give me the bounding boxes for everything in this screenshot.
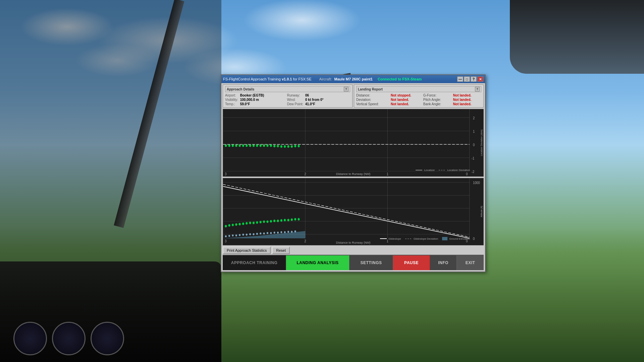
svg-point-84 bbox=[256, 233, 258, 235]
svg-text:3: 3 bbox=[225, 239, 227, 243]
runway-value: 06 bbox=[305, 94, 350, 97]
vertical-speed-label: Vertical Speed: bbox=[356, 102, 389, 106]
g-force-value: Not landed. bbox=[453, 94, 481, 97]
svg-line-52 bbox=[223, 184, 470, 237]
svg-point-67 bbox=[273, 220, 275, 222]
svg-point-76 bbox=[228, 235, 230, 237]
app-version-label: v1.0.1 bbox=[282, 77, 292, 81]
svg-point-65 bbox=[266, 220, 268, 223]
svg-point-25 bbox=[277, 145, 279, 147]
chart-buttons: Print Approach Statistics Reset bbox=[223, 247, 290, 254]
vertical-speed-value: Not landed. bbox=[391, 102, 421, 106]
connection-status-label: Connected to FSX-Steam bbox=[378, 77, 422, 81]
title-bar: FS-FlightControl Approach Training v1.0.… bbox=[221, 75, 485, 83]
svg-text:1: 1 bbox=[387, 172, 388, 176]
svg-text:1: 1 bbox=[473, 129, 475, 133]
bank-angle-label: Bank Angle: bbox=[423, 102, 451, 106]
svg-text:-2: -2 bbox=[472, 170, 475, 174]
svg-point-12 bbox=[232, 144, 234, 147]
info-button[interactable]: INFO bbox=[430, 255, 457, 270]
airport-label: Airport: bbox=[225, 94, 238, 97]
legend-localizer-deviation: Localizer Deviation bbox=[439, 169, 470, 172]
landing-report-help-icon[interactable]: ? bbox=[475, 87, 480, 92]
approach-details-title: Approach Details bbox=[227, 87, 254, 91]
sim-label: FSX:SE bbox=[298, 77, 311, 81]
help-button[interactable]: ? bbox=[471, 76, 477, 82]
svg-point-74 bbox=[298, 218, 300, 220]
maximize-button[interactable]: □ bbox=[464, 76, 470, 82]
pause-button[interactable]: PAUSE bbox=[393, 255, 430, 270]
print-stats-button[interactable]: Print Approach Statistics bbox=[223, 247, 271, 254]
temp-value: 59.0°F bbox=[240, 102, 285, 106]
svg-point-79 bbox=[239, 234, 240, 236]
svg-point-89 bbox=[274, 231, 275, 233]
glideslope-chart-svg: 3 2 1 0 1000 0 bbox=[223, 178, 483, 245]
svg-point-69 bbox=[280, 219, 282, 222]
approach-details-panel: Approach Details ? Airport: Booker (EGTB… bbox=[223, 84, 353, 108]
exit-button[interactable]: EXIT bbox=[457, 255, 484, 270]
reset-button[interactable]: Reset bbox=[272, 247, 290, 254]
wind-value: 0 kt from 0° bbox=[305, 98, 350, 102]
svg-point-80 bbox=[242, 234, 244, 236]
dashboard bbox=[0, 261, 221, 362]
gauge-2 bbox=[52, 322, 86, 355]
svg-point-92 bbox=[284, 231, 286, 233]
svg-point-93 bbox=[287, 231, 289, 233]
for-label: for bbox=[293, 77, 299, 81]
svg-point-81 bbox=[246, 234, 248, 236]
g-force-label: G-Force: bbox=[423, 94, 451, 97]
svg-point-17 bbox=[249, 144, 251, 147]
svg-text:0: 0 bbox=[473, 237, 475, 241]
svg-point-90 bbox=[277, 231, 279, 233]
svg-point-62 bbox=[256, 221, 258, 224]
svg-point-28 bbox=[287, 145, 289, 147]
svg-point-95 bbox=[294, 230, 296, 232]
svg-point-58 bbox=[242, 222, 244, 225]
localizer-chart: 3 2 1 0 2 1 0 -1 -2 Distance to Runway (… bbox=[223, 109, 484, 177]
localizer-y-axis-label: Localizer Deviation (dots) bbox=[480, 129, 483, 157]
glideslope-chart: 3 2 1 0 1000 0 Distance to Runway (NM) A… bbox=[223, 178, 484, 246]
close-button[interactable]: ✕ bbox=[477, 76, 483, 82]
svg-point-19 bbox=[256, 144, 258, 147]
deviation-value: Not landed. bbox=[391, 98, 421, 102]
svg-point-16 bbox=[246, 144, 248, 147]
svg-point-23 bbox=[270, 144, 272, 147]
glideslope-chart-legend: Glideslope Glideslope Deviation Ground E… bbox=[380, 237, 470, 240]
svg-point-72 bbox=[291, 218, 293, 221]
minimize-button[interactable]: — bbox=[457, 76, 463, 82]
svg-point-14 bbox=[239, 144, 241, 147]
svg-point-10 bbox=[225, 144, 227, 147]
legend-glideslope: Glideslope bbox=[380, 237, 401, 240]
content-area: Approach Details ? Airport: Booker (EGTB… bbox=[221, 83, 485, 272]
distance-label: Distance: bbox=[356, 94, 389, 97]
svg-point-26 bbox=[280, 145, 282, 147]
gauge-3 bbox=[91, 322, 124, 355]
svg-point-94 bbox=[291, 231, 292, 233]
svg-point-57 bbox=[239, 223, 241, 225]
svg-text:2: 2 bbox=[305, 172, 306, 176]
nav-bar: APPROACH TRAINING LANDING ANALYSIS SETTI… bbox=[223, 255, 484, 270]
landing-analysis-button[interactable]: LANDING ANALYSIS bbox=[286, 255, 350, 270]
bank-angle-value: Not landed. bbox=[453, 102, 481, 106]
svg-point-29 bbox=[291, 145, 293, 147]
svg-point-60 bbox=[249, 222, 251, 224]
svg-point-66 bbox=[270, 220, 272, 222]
svg-point-18 bbox=[253, 144, 255, 147]
visibility-value: 100,000.0 m bbox=[240, 98, 285, 102]
svg-point-27 bbox=[284, 145, 286, 147]
svg-point-15 bbox=[242, 144, 244, 147]
wind-label: Wind: bbox=[287, 98, 303, 102]
svg-point-22 bbox=[266, 144, 268, 147]
bottom-controls: Print Approach Statistics Reset bbox=[223, 247, 484, 254]
title-bar-buttons: — □ ? ✕ bbox=[457, 76, 483, 82]
settings-button[interactable]: SETTINGS bbox=[350, 255, 393, 270]
svg-point-88 bbox=[270, 232, 272, 234]
svg-point-53 bbox=[225, 225, 227, 227]
approach-training-button[interactable]: APPROACH TRAINING bbox=[223, 255, 286, 270]
svg-point-73 bbox=[294, 218, 296, 220]
approach-details-help-icon[interactable]: ? bbox=[344, 87, 348, 92]
title-bar-text: FS-FlightControl Approach Training v1.0.… bbox=[223, 77, 457, 81]
svg-point-24 bbox=[273, 145, 275, 147]
deviation-label: Deviation: bbox=[356, 98, 389, 102]
svg-text:0: 0 bbox=[473, 143, 475, 147]
